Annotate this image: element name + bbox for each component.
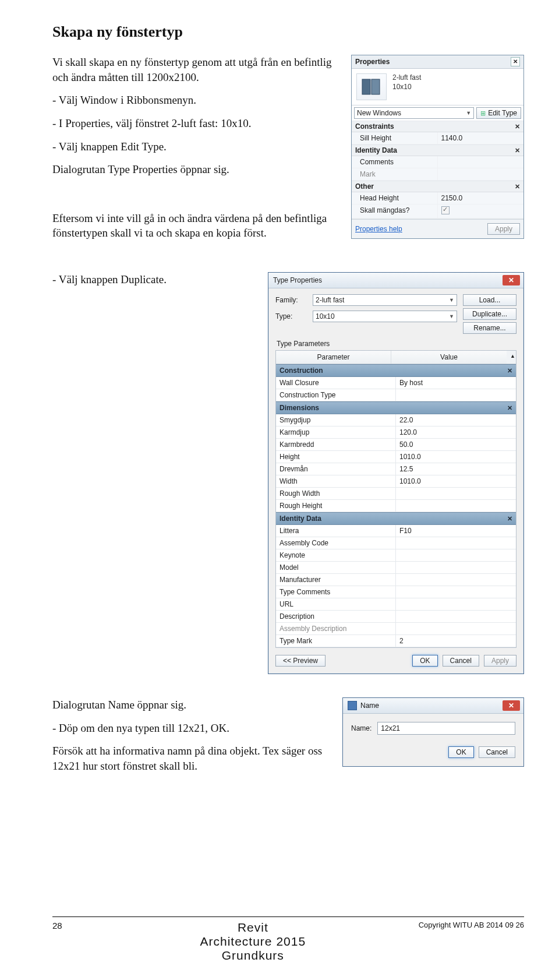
parameter-group-header[interactable]: Construction✕ [276,364,516,377]
cancel-button[interactable]: Cancel [479,746,515,758]
parameter-row: Wall ClosureBy host [276,377,516,389]
chevron-down-icon: ▼ [449,297,454,303]
param-value[interactable]: 1010.0 [396,475,516,487]
close-icon[interactable]: ✕ [503,700,520,711]
parameter-row: Manufacturer [276,574,516,586]
parameter-group-header[interactable]: Dimensions✕ [276,401,516,414]
copyright: Copyright WITU AB 2014 09 26 [419,921,524,929]
dialog-open-2: Dialogrutan Name öppnar sig. [52,697,330,713]
dialog-open-1: Dialogrutan Type Properties öppnar sig. [52,162,338,177]
properties-help-link[interactable]: Properties help [355,225,402,233]
close-icon[interactable]: ✕ [503,275,520,285]
type-dropdown[interactable]: 10x10 ▼ [313,311,457,322]
cancel-button[interactable]: Cancel [443,655,479,667]
param-name: Model [276,562,396,573]
dialog-title: Type Properties [273,276,322,284]
param-value[interactable] [396,500,516,512]
param-name: Width [276,475,396,487]
param-name: Description [276,611,396,622]
ok-button[interactable]: OK [412,655,437,667]
name-input[interactable]: 12x21 [377,722,515,735]
param-value[interactable]: 1010.0 [396,451,516,463]
param-value[interactable] [396,623,516,634]
collapse-icon[interactable]: ✕ [507,515,512,523]
sill-height-label: Sill Height [352,132,438,144]
parameter-row: Height1010.0 [276,451,516,463]
apply-button[interactable]: Apply [487,223,520,235]
parameter-row: LitteraF10 [276,525,516,537]
col-value: Value [391,351,507,364]
param-value[interactable]: 50.0 [396,439,516,450]
param-value[interactable]: F10 [396,525,516,537]
param-value[interactable] [396,598,516,610]
param-name: Drevmån [276,463,396,475]
mark-value[interactable] [438,168,524,181]
param-value[interactable]: 12.5 [396,463,516,475]
preview-button[interactable]: << Preview [275,655,326,667]
footer-title-1: Revit [238,921,268,934]
collapse-icon[interactable]: ✕ [507,367,512,375]
param-name: Assembly Code [276,537,396,549]
param-value[interactable] [396,488,516,499]
apply-button[interactable]: Apply [484,655,516,667]
mid-paragraph: Eftersom vi inte vill gå in och ändra vä… [52,211,338,241]
page-number: 28 [52,921,87,930]
footer-title-2: Architecture 2015 [200,935,306,948]
checkbox-checked-icon[interactable] [441,206,450,214]
parameter-row: Width1010.0 [276,475,516,488]
edit-type-button[interactable]: ⊞ Edit Type [476,107,521,119]
parameter-row: Rough Height [276,500,516,512]
param-name: URL [276,598,396,610]
name-dialog-title: Name [360,701,379,710]
param-value[interactable] [396,586,516,598]
properties-title: Properties [355,58,390,66]
chevron-down-icon: ▼ [449,313,454,319]
name-label: Name: [351,724,372,732]
family-dropdown[interactable]: 2-luft fast ▼ [313,294,457,306]
param-value[interactable]: By host [396,377,516,389]
parameter-row: Rough Width [276,488,516,500]
mangdas-label: Skall mängdas? [352,205,438,218]
param-value[interactable] [396,389,516,401]
duplicate-button[interactable]: Duplicate... [463,308,516,320]
comments-value[interactable] [438,156,524,168]
family-label: Family: [275,296,308,304]
param-value[interactable] [396,611,516,622]
section-constraints: Constraints [355,122,394,131]
param-name: Keynote [276,549,396,561]
param-value[interactable]: 120.0 [396,426,516,438]
parameter-group-header[interactable]: Identity Data✕ [276,512,516,525]
close-icon[interactable]: ✕ [511,57,520,66]
param-name: Type Comments [276,586,396,598]
parameter-row: Drevmån12.5 [276,463,516,475]
param-value[interactable] [396,549,516,561]
comments-label: Comments [352,156,438,168]
collapse-icon[interactable]: ✕ [515,147,520,154]
parameter-row: URL [276,598,516,611]
param-value[interactable] [396,537,516,549]
edit-type-icon: ⊞ [480,110,486,117]
collapse-icon[interactable]: ✕ [515,183,520,191]
scroll-up-icon[interactable]: ▲ [507,351,516,364]
load-button[interactable]: Load... [463,294,516,306]
param-name: Construction Type [276,389,396,401]
type-label: Type: [275,312,308,320]
mangdas-value[interactable] [438,205,524,218]
bullet-1: - Välj Window i Ribbonsmenyn. [52,93,338,108]
ok-button[interactable]: OK [448,746,473,758]
collapse-icon[interactable]: ✕ [515,123,520,131]
param-value[interactable] [396,562,516,573]
parameter-row: Construction Type [276,389,516,401]
param-value[interactable]: 2 [396,635,516,647]
rename-button[interactable]: Rename... [463,322,516,334]
category-dropdown[interactable]: New Windows ▼ [354,107,474,119]
param-value[interactable] [396,574,516,586]
parameter-row: Description [276,611,516,623]
head-height-value[interactable]: 2150.0 [438,192,524,205]
properties-panel: Properties ✕ 2-luft fast 10x10 [351,55,524,239]
bullet-4: - Välj knappen Duplicate. [52,272,255,287]
collapse-icon[interactable]: ✕ [507,404,512,412]
param-value[interactable]: 22.0 [396,414,516,426]
sill-height-value[interactable]: 1140.0 [438,132,524,144]
group-name: Dimensions [280,404,319,412]
